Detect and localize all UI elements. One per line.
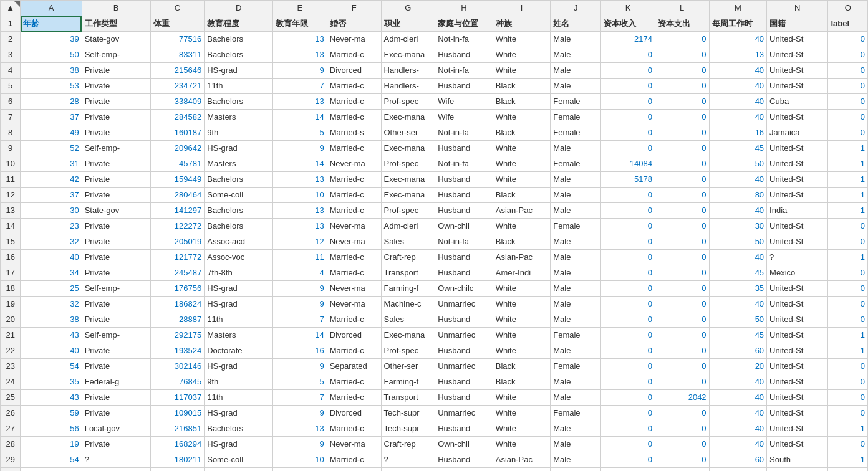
cell-race[interactable]: Black: [493, 359, 551, 374]
cell-country[interactable]: United-St: [767, 390, 828, 406]
cell-edu-years[interactable]: 13: [273, 219, 327, 234]
cell-weight[interactable]: 141297: [150, 203, 205, 219]
cell-country[interactable]: United-St: [767, 359, 828, 374]
cell-hours-week[interactable]: 40: [709, 110, 767, 125]
cell-country[interactable]: United-St: [767, 343, 828, 359]
cell-edu-years[interactable]: 13: [273, 172, 327, 188]
cell-worktype[interactable]: Self-emp-: [82, 328, 150, 343]
cell-marital[interactable]: Never-ma: [327, 297, 381, 312]
cell-country[interactable]: United-St: [767, 297, 828, 312]
cell-race[interactable]: White: [493, 172, 551, 188]
cell-worktype[interactable]: Self-emp-: [82, 141, 150, 156]
cell-occupation[interactable]: Farming-f: [381, 281, 435, 297]
cell-capital-loss[interactable]: 0: [655, 234, 709, 250]
cell-label[interactable]: 1: [828, 328, 868, 343]
cell-worktype[interactable]: Private: [82, 359, 150, 374]
cell-edu-years[interactable]: 14: [273, 156, 327, 172]
cell-occupation[interactable]: Adm-cleri: [381, 219, 435, 234]
cell-weight[interactable]: 292175: [150, 328, 205, 343]
cell-education[interactable]: HS-grad: [205, 437, 273, 452]
cell-weight[interactable]: 284582: [150, 110, 205, 125]
cell-capital-loss[interactable]: 0: [655, 219, 709, 234]
cell-occupation[interactable]: Exec-mana: [381, 141, 435, 156]
cell-family[interactable]: Husband: [435, 78, 493, 94]
cell-weight[interactable]: 45781: [150, 156, 205, 172]
cell-family[interactable]: Husband: [435, 47, 493, 63]
cell-education[interactable]: Bachelors: [205, 32, 273, 47]
cell-education[interactable]: Bachelors: [205, 421, 273, 437]
cell-family[interactable]: Wife: [435, 94, 493, 110]
cell-capital-gain[interactable]: 0: [601, 234, 655, 250]
cell-hours-week[interactable]: 20: [709, 359, 767, 374]
cell-age[interactable]: 43: [21, 328, 82, 343]
cell-capital-loss[interactable]: 0: [655, 110, 709, 125]
cell-capital-loss[interactable]: 0: [655, 47, 709, 63]
cell-occupation[interactable]: Transport: [381, 265, 435, 281]
cell-edu-years[interactable]: 9: [273, 359, 327, 374]
cell-age[interactable]: 32: [21, 234, 82, 250]
col-header-E[interactable]: E: [273, 1, 327, 16]
cell-country[interactable]: United-St: [767, 188, 828, 203]
col-header-L[interactable]: L: [655, 1, 709, 16]
cell-education[interactable]: Doctorate: [205, 343, 273, 359]
cell-edu-years[interactable]: 13: [273, 203, 327, 219]
cell-occupation[interactable]: Handlers-: [381, 78, 435, 94]
cell-age[interactable]: 38: [21, 63, 82, 78]
col-header-O[interactable]: O: [828, 1, 868, 16]
cell-edu-years[interactable]: 10: [273, 188, 327, 203]
cell-marital[interactable]: Married-c: [327, 172, 381, 188]
cell-education[interactable]: Assoc-voc: [205, 250, 273, 265]
cell-edu-years[interactable]: 14: [273, 328, 327, 343]
cell-family[interactable]: Husband: [435, 250, 493, 265]
cell-occupation[interactable]: Exec-mana: [381, 172, 435, 188]
cell-worktype[interactable]: Private: [82, 343, 150, 359]
cell-occupation[interactable]: Exec-mana: [381, 47, 435, 63]
cell-hours-week[interactable]: 50: [709, 312, 767, 328]
cell-marital[interactable]: Never-ma: [327, 156, 381, 172]
cell-edu-years[interactable]: 13: [273, 94, 327, 110]
cell-sex[interactable]: Male: [551, 32, 601, 47]
cell-age[interactable]: 37: [21, 188, 82, 203]
cell-family[interactable]: Unmarriec: [435, 406, 493, 421]
cell-family[interactable]: Unmarriec: [435, 359, 493, 374]
cell-capital-gain[interactable]: 14084: [601, 156, 655, 172]
cell-marital[interactable]: Divorced: [327, 406, 381, 421]
cell-label[interactable]: 0: [828, 219, 868, 234]
cell-worktype[interactable]: Private: [82, 156, 150, 172]
cell-sex[interactable]: Male: [551, 437, 601, 452]
cell-race[interactable]: White: [493, 328, 551, 343]
cell-capital-loss[interactable]: 0: [655, 125, 709, 141]
cell-hours-week[interactable]: 40: [709, 94, 767, 110]
cell-race[interactable]: White: [493, 468, 551, 472]
cell-hours-week[interactable]: 60: [709, 452, 767, 468]
cell-country[interactable]: United-St: [767, 281, 828, 297]
cell-weight[interactable]: 160187: [150, 125, 205, 141]
cell-edu-years[interactable]: 13: [273, 421, 327, 437]
cell-family[interactable]: Own-chilc: [435, 281, 493, 297]
cell-hours-week[interactable]: 40: [709, 78, 767, 94]
cell-capital-loss[interactable]: 0: [655, 281, 709, 297]
cell-edu-years[interactable]: 10: [273, 452, 327, 468]
cell-edu-years[interactable]: 13: [273, 32, 327, 47]
cell-weight[interactable]: 176756: [150, 281, 205, 297]
cell-country[interactable]: Jamaica: [767, 125, 828, 141]
cell-occupation[interactable]: ?: [381, 452, 435, 468]
cell-marital[interactable]: Divorced: [327, 328, 381, 343]
cell-race[interactable]: White: [493, 343, 551, 359]
cell-marital[interactable]: Married-s: [327, 125, 381, 141]
cell-occupation[interactable]: Transport: [381, 390, 435, 406]
cell-worktype[interactable]: Private: [82, 234, 150, 250]
cell-education[interactable]: Bachelors: [205, 47, 273, 63]
cell-label[interactable]: 0: [828, 390, 868, 406]
cell-capital-gain[interactable]: 0: [601, 390, 655, 406]
cell-edu-years[interactable]: 9: [273, 406, 327, 421]
cell-family[interactable]: Not-in-fa: [435, 32, 493, 47]
cell-worktype[interactable]: Self-emp-: [82, 47, 150, 63]
cell-capital-gain[interactable]: 0: [601, 188, 655, 203]
cell-weight[interactable]: 245487: [150, 265, 205, 281]
cell-country[interactable]: United-St: [767, 47, 828, 63]
cell-age[interactable]: 30: [21, 203, 82, 219]
cell-sex[interactable]: Male: [551, 281, 601, 297]
cell-sex[interactable]: Male: [551, 78, 601, 94]
cell-capital-loss[interactable]: 0: [655, 94, 709, 110]
